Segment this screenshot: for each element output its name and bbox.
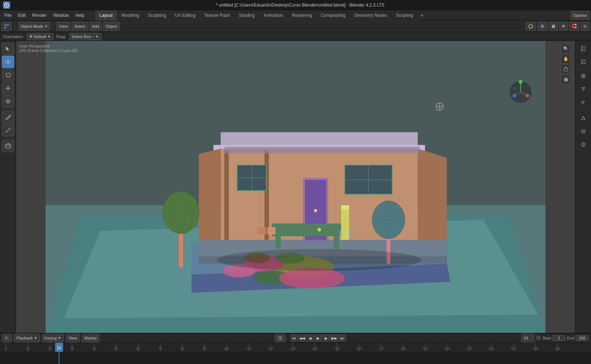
object-mode-btn[interactable]: Object Mode ▼ — [18, 22, 50, 31]
playback-menu-btn[interactable]: Playback ▼ — [14, 334, 40, 342]
tab-rendering[interactable]: Rendering — [287, 10, 316, 20]
select-tool-btn[interactable] — [2, 42, 14, 55]
svg-text:190: 190 — [422, 347, 428, 351]
tab-sculpting[interactable]: Sculpting — [144, 10, 170, 20]
marker-menu-btn[interactable]: Marker — [82, 334, 99, 342]
editor-type-timeline-btn[interactable] — [2, 334, 12, 342]
svg-rect-5 — [7, 27, 9, 29]
svg-text:10: 10 — [26, 347, 30, 351]
svg-rect-59 — [275, 236, 281, 249]
view-menu-btn[interactable]: View — [56, 22, 70, 31]
svg-point-83 — [519, 80, 522, 84]
svg-text:20: 20 — [48, 347, 52, 351]
annotate-tool-btn[interactable] — [2, 111, 14, 123]
add-workspace-button[interactable]: + — [418, 11, 426, 20]
right-separator-2 — [578, 110, 589, 110]
orientation-dropdown[interactable]: ⊕ Default ▼ — [27, 33, 53, 40]
measure-tool-btn[interactable] — [2, 124, 14, 136]
transport-controls — [275, 334, 285, 342]
timeline-ruler[interactable]: 0 10 20 24 30 40 50 — [0, 343, 591, 364]
next-keyframe-btn[interactable]: ▶▶ — [331, 334, 338, 342]
svg-rect-73 — [341, 207, 349, 240]
render-icon — [528, 24, 533, 29]
sidebar-toggle-btn[interactable] — [577, 42, 590, 55]
left-toolbar — [0, 41, 16, 333]
jump-to-start-btn[interactable]: ⏮ — [290, 334, 298, 342]
quad-view-btn[interactable]: ▦ — [561, 75, 571, 84]
viewport-shading-btn[interactable] — [537, 22, 547, 31]
tab-shading[interactable]: Shading — [234, 10, 259, 20]
zoom-in-btn[interactable]: 🔍 — [561, 44, 571, 53]
svg-point-1 — [6, 4, 7, 6]
drag-chevron: ▼ — [95, 35, 99, 38]
orientation-icon: ⊕ — [29, 34, 33, 39]
svg-line-17 — [8, 145, 11, 146]
wireframe-btn[interactable] — [577, 112, 590, 124]
proportional-btn[interactable]: ◎ — [581, 22, 590, 31]
object-menu-btn[interactable]: Object — [103, 22, 120, 31]
svg-text:150: 150 — [334, 347, 340, 351]
tab-uv-editing[interactable]: UV Editing — [170, 10, 200, 20]
svg-rect-32 — [224, 150, 229, 240]
camera-perspective-btn[interactable] — [561, 64, 571, 74]
tab-layout[interactable]: Layout — [95, 10, 117, 20]
pan-btn[interactable]: ✋ — [561, 54, 571, 64]
prev-frame-btn[interactable]: ◀ — [306, 334, 314, 342]
svg-rect-62 — [257, 227, 266, 234]
rotate-tool-btn[interactable] — [2, 69, 14, 81]
next-frame-btn[interactable]: ▶ — [323, 334, 330, 342]
viewport-display-btn[interactable] — [577, 70, 590, 82]
snap-btn[interactable]: 🧲 — [569, 22, 579, 31]
menu-separator — [90, 12, 90, 19]
overlay-props-btn[interactable] — [577, 138, 590, 151]
render-preview-btn[interactable] — [526, 22, 536, 31]
menu-edit[interactable]: Edit — [15, 12, 29, 19]
play-btn[interactable]: ▶ — [315, 334, 322, 342]
scale-tool-btn[interactable] — [2, 82, 14, 94]
svg-rect-60 — [334, 236, 339, 249]
svg-text:180: 180 — [400, 347, 406, 351]
tab-animation[interactable]: Animation — [259, 10, 287, 20]
tab-texture-paint[interactable]: Texture Paint — [200, 10, 234, 20]
viewport-3d[interactable]: User Perspective (24) Scene Collection |… — [16, 41, 575, 333]
menu-file[interactable]: File — [1, 12, 14, 19]
keying-menu-btn[interactable]: Keying ▼ — [42, 334, 64, 342]
tab-geometry-nodes[interactable]: Geometry Nodes — [350, 10, 392, 20]
svg-text:170: 170 — [378, 347, 384, 351]
drag-dropdown[interactable]: Select Box ~ ▼ — [69, 33, 101, 40]
menu-render[interactable]: Render — [29, 12, 49, 19]
filter-btn[interactable] — [577, 83, 590, 95]
cube-add-btn[interactable] — [2, 140, 14, 152]
editor-type-btn[interactable] — [1, 22, 12, 31]
transform-tool-btn[interactable] — [2, 95, 14, 108]
end-frame-field[interactable]: 250 — [576, 335, 589, 341]
sort-btn[interactable] — [577, 96, 590, 109]
view-menu-timeline-btn[interactable]: View — [66, 334, 80, 342]
add-menu-btn[interactable]: Add — [90, 22, 102, 31]
menu-help[interactable]: Help — [72, 12, 87, 19]
jump-to-end-btn[interactable]: ⏭ — [339, 334, 346, 342]
tool-separator-2 — [3, 138, 14, 138]
overlay-btn[interactable]: ▦ — [549, 22, 558, 31]
svg-rect-33 — [264, 150, 269, 240]
gizmo-btn[interactable]: ⊕ — [559, 22, 568, 31]
current-frame-field[interactable]: 24 — [521, 334, 534, 342]
start-frame-field[interactable]: 1 — [552, 335, 565, 341]
tab-scripting[interactable]: Scripting — [392, 10, 418, 20]
modifier-props-btn[interactable] — [577, 125, 590, 138]
tab-compositing[interactable]: Compositing — [316, 10, 350, 20]
tab-modeling[interactable]: Modeling — [117, 10, 144, 20]
tool-separator-1 — [3, 109, 14, 109]
main-area: User Perspective (24) Scene Collection |… — [0, 41, 591, 333]
move-tool-btn[interactable] — [2, 56, 14, 68]
options-button[interactable]: Options — [571, 11, 590, 20]
svg-line-112 — [538, 338, 539, 338]
select-menu-btn[interactable]: Select — [72, 22, 88, 31]
transform-panel-btn[interactable] — [577, 56, 590, 68]
sync-btn[interactable] — [275, 334, 285, 342]
menu-window[interactable]: Window — [50, 12, 72, 19]
viewport-scene — [16, 41, 575, 333]
prev-keyframe-btn[interactable]: ◀◀ — [298, 334, 306, 342]
svg-point-97 — [583, 75, 584, 77]
menu-bar: File Edit Render Window Help Layout Mode… — [0, 10, 591, 20]
